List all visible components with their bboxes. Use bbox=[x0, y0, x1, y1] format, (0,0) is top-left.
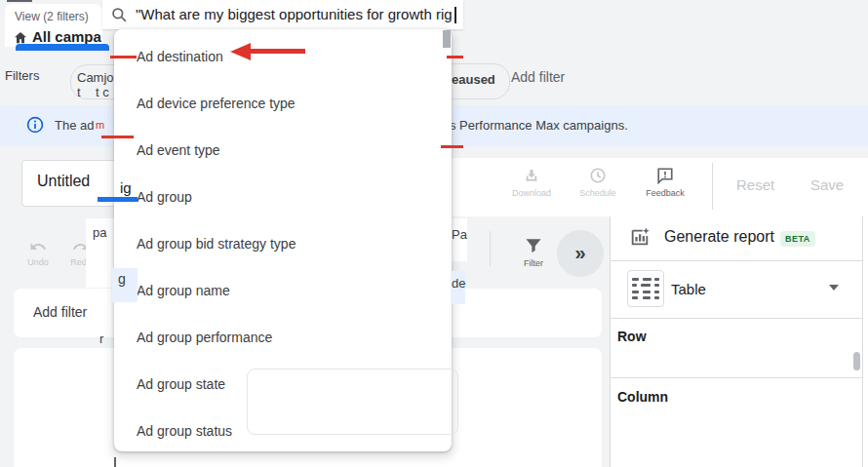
menu-item-ad-group-bid-strategy-type[interactable]: Ad group bid strategy type bbox=[114, 220, 452, 267]
annotation-red-line-1 bbox=[110, 56, 137, 58]
info-banner-text-right: s Performance Max campaigns. bbox=[450, 118, 628, 133]
fragment-r: r bbox=[99, 331, 103, 346]
feedback-icon bbox=[656, 167, 674, 184]
annotation-red-line-3 bbox=[101, 136, 134, 138]
save-button[interactable]: Save bbox=[810, 176, 844, 193]
beta-badge: BETA bbox=[780, 231, 815, 247]
menu-item-ad-group-performance[interactable]: Ad group performance bbox=[114, 314, 452, 361]
filter-chip-campaign-text-2b: t c bbox=[96, 85, 109, 99]
filter-button[interactable]: Filter bbox=[513, 235, 554, 268]
fragment-de: de bbox=[452, 276, 465, 291]
reset-button[interactable]: Reset bbox=[736, 176, 774, 193]
info-icon bbox=[26, 116, 44, 134]
background-fragment-left: pa bbox=[86, 218, 114, 288]
fragment-tick bbox=[114, 457, 116, 467]
fragment-ghost-card-border bbox=[247, 369, 458, 435]
search-icon bbox=[111, 7, 128, 23]
tab-top-edge bbox=[7, 0, 32, 2]
table-icon-row bbox=[632, 284, 659, 287]
fragment-g: g bbox=[118, 271, 126, 287]
row-section-label: Row bbox=[617, 329, 647, 344]
download-button[interactable]: Download bbox=[508, 167, 555, 198]
undo-button[interactable]: Undo bbox=[23, 238, 53, 267]
feedback-button[interactable]: Feedback bbox=[642, 167, 689, 198]
panel-divider-2 bbox=[611, 318, 862, 319]
filters-label: Filters bbox=[5, 68, 39, 83]
info-banner-text-left: The ad bbox=[55, 118, 94, 133]
chart-type-select-value[interactable]: Table bbox=[671, 281, 706, 297]
annotation-red-line-4 bbox=[441, 145, 463, 148]
tab-active-indicator bbox=[16, 44, 109, 51]
table-type-icon bbox=[627, 270, 664, 307]
text-cursor bbox=[454, 7, 456, 23]
search-input[interactable]: "What are my biggest opportunities for g… bbox=[136, 6, 454, 25]
filter-label: Filter bbox=[513, 258, 554, 268]
fragment-focus-underline bbox=[98, 197, 138, 202]
fragment-ig: ig bbox=[120, 179, 132, 196]
collapse-panel-button[interactable]: » bbox=[557, 230, 604, 277]
table-icon-row bbox=[632, 296, 659, 299]
menu-item-ad-device-preference-type[interactable]: Ad device preference type bbox=[114, 80, 452, 127]
undo-label: Undo bbox=[27, 257, 49, 267]
panel-divider-1 bbox=[611, 260, 862, 261]
filter-chip-status-text: eaused bbox=[452, 72, 495, 87]
tab-view-label: View (2 filters) bbox=[15, 10, 89, 23]
chevron-down-icon[interactable] bbox=[829, 285, 839, 291]
generate-report-panel bbox=[610, 216, 868, 467]
report-name-value: Untitled bbox=[37, 173, 90, 190]
filter-chip-campaign-text-2a: t bbox=[77, 85, 81, 99]
annotation-red-line-2 bbox=[447, 56, 463, 58]
undo-icon bbox=[28, 238, 48, 255]
menu-scrollbar-thumb[interactable] bbox=[443, 30, 451, 48]
panel-right-edge bbox=[862, 216, 863, 467]
add-filter-link-top[interactable]: Add filter bbox=[511, 69, 565, 85]
download-label: Download bbox=[508, 188, 555, 198]
fragment-pa: pa bbox=[93, 225, 106, 240]
schedule-icon bbox=[589, 167, 607, 184]
menu-item-ad-destination[interactable]: Ad destination bbox=[114, 33, 452, 80]
fragment-Pa: Pa bbox=[452, 227, 467, 242]
toolbar-divider bbox=[712, 163, 713, 210]
annotation-arrow-shaft bbox=[248, 49, 305, 54]
generate-report-title: Generate report bbox=[664, 228, 774, 246]
table-icon-row bbox=[632, 291, 659, 293]
column-section-label: Column bbox=[617, 389, 668, 405]
annotation-arrow-head-icon bbox=[230, 43, 251, 60]
filter-funnel-icon bbox=[524, 235, 543, 256]
panel-divider-3 bbox=[611, 377, 862, 378]
menu-item-ad-group-name[interactable]: Ad group name bbox=[114, 267, 452, 314]
menu-item-ad-event-type[interactable]: Ad event type bbox=[114, 127, 452, 174]
filter-row-divider bbox=[490, 231, 491, 266]
schedule-label: Schedule bbox=[574, 188, 621, 198]
menu-item-ad-group[interactable]: Ad group bbox=[114, 174, 452, 220]
google-ads-report-editor: { "tab": { "view_label": "View (2 filter… bbox=[0, 0, 868, 467]
schedule-button[interactable]: Schedule bbox=[574, 167, 621, 198]
annotation-red-m: m bbox=[96, 119, 104, 131]
download-icon bbox=[523, 167, 540, 184]
background-fragment-right: Pa bbox=[452, 218, 467, 261]
feedback-label: Feedback bbox=[642, 188, 689, 198]
panel-scrollbar-thumb[interactable] bbox=[853, 352, 860, 370]
tab-title: All campa bbox=[32, 28, 101, 45]
generate-report-icon bbox=[629, 226, 651, 248]
table-icon-row bbox=[632, 278, 659, 281]
add-filter-card-label: Add filter bbox=[33, 304, 87, 320]
